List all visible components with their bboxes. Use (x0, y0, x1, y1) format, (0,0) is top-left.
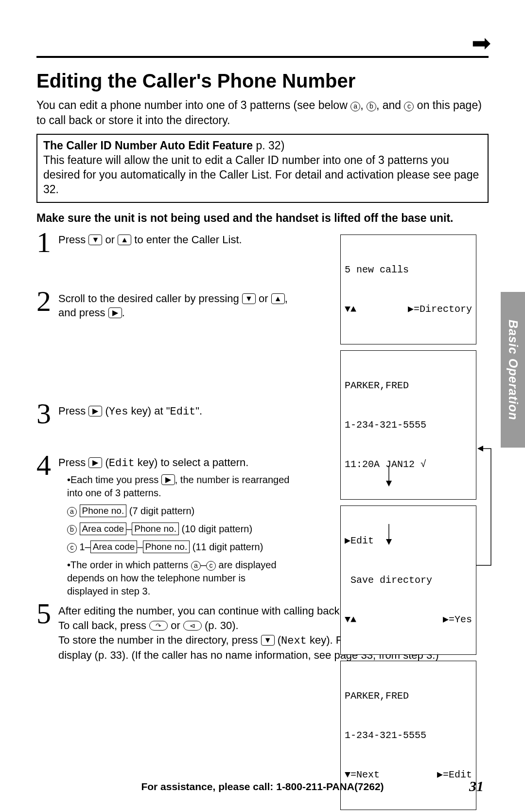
step-1-body: Press ▼ or ▲ to enter the Caller List. (58, 230, 297, 247)
s2-d: . (122, 307, 125, 319)
talk-key-icon: ↷ (149, 621, 168, 631)
step-5-number: 5 (36, 599, 58, 628)
feature-pageref: p. 32) (253, 139, 284, 152)
down-key-icon: ▼ (261, 635, 275, 646)
step-4-body: Press ▶ (Edit key) to select a pattern. … (58, 452, 306, 598)
s5-l2a: To call back, press (58, 619, 149, 632)
s5-l3b: ( (275, 634, 281, 646)
up-key-icon: ▲ (118, 235, 131, 245)
s4-a: Press (58, 456, 88, 469)
pattern-a: a Phone no. (7 digit pattern) (67, 505, 306, 518)
sc3-l3a: ▼▲ (345, 613, 356, 626)
s5-l3a: To store the number in the directory, pr… (58, 634, 261, 646)
circle-a-icon: a (350, 102, 360, 111)
s4b2b: – (201, 559, 206, 570)
yes-label: Yes (109, 406, 128, 418)
s2-a: Scroll to the desired caller by pressing (58, 292, 242, 305)
warning-text: Make sure the unit is not being used and… (36, 211, 489, 226)
continue-arrow-icon: ➡ (472, 29, 491, 56)
pattern-c: c 1–Area code–Phone no. (11 digit patter… (67, 541, 306, 554)
down-key-icon: ▼ (242, 293, 256, 304)
down-key-icon: ▼ (88, 235, 102, 245)
feature-box: The Caller ID Number Auto Edit Feature p… (36, 134, 489, 203)
s1-a: Press (58, 234, 88, 246)
page-number: 31 (469, 778, 484, 794)
s4-bullet-1: •Each time you press ▶, the number is re… (67, 473, 306, 500)
pat-a-suffix: (7 digit pattern) (126, 505, 194, 516)
sc2-l1: PARKER,FRED (345, 379, 472, 392)
right-key-icon: ▶ (88, 406, 102, 416)
s2-b: or (256, 292, 271, 305)
page-title: Editing the Caller's Phone Number (36, 70, 489, 92)
step-3-number: 3 (36, 399, 58, 428)
sc3-l3b: ▶=Yes (443, 613, 472, 626)
intro-part2: , and (376, 99, 404, 111)
area-code-box: Area code (90, 541, 138, 553)
circle-c-icon: c (404, 102, 414, 111)
intro-part1: You can edit a phone number into one of … (36, 99, 350, 111)
steps-area: 1 Press ▼ or ▲ to enter the Caller List.… (36, 230, 489, 663)
right-key-icon: ▶ (161, 474, 175, 485)
circle-a-icon: a (191, 561, 201, 571)
sc4-l1: PARKER,FRED (345, 689, 472, 703)
s4-bullet-2: •The order in which patterns a–c are dis… (67, 559, 281, 598)
edit-label: Edit (170, 406, 195, 418)
sc1-l2b: ▶=Directory (408, 303, 472, 316)
sc3-l2: Save directory (345, 574, 472, 587)
step-4-number: 4 (36, 451, 58, 480)
edit-label: Edit (109, 457, 135, 469)
sc4-l3b: ▶=Edit (437, 768, 472, 781)
circle-c-icon: c (206, 561, 216, 571)
step-2-number: 2 (36, 287, 58, 316)
step-3-body: Press ▶ (Yes key) at "Edit". (58, 401, 292, 419)
next-label: Next (281, 635, 307, 647)
screen-2: PARKER,FRED 1-234-321-5555 11:20A JAN12 … (340, 350, 476, 500)
speaker-key-icon: ⊲ (183, 621, 202, 631)
s4-c: key) to select a pattern. (135, 456, 249, 469)
circle-c-icon: c (67, 543, 77, 553)
screen-1: 5 new calls ▼▲▶=Directory (340, 235, 476, 344)
phone-no-box: Phone no. (80, 505, 127, 517)
pat-b-suffix: (10 digit pattern) (179, 523, 252, 534)
sc2-l3: 11:20A JAN12 √ (345, 458, 472, 471)
area-code-box: Area code (80, 523, 127, 535)
top-rule (36, 56, 489, 58)
s4b1a: •Each time you press (67, 474, 161, 485)
up-key-icon: ▲ (271, 293, 285, 304)
phone-no-box: Phone no. (132, 523, 179, 535)
s3-c: key) at " (128, 405, 170, 417)
s4b2a: •The order in which patterns (67, 559, 191, 570)
display-screens: 5 new calls ▼▲▶=Directory PARKER,FRED 1-… (340, 230, 476, 812)
sc1-l1: 5 new calls (345, 263, 472, 276)
sc4-l2: 1-234-321-5555 (345, 729, 472, 742)
s3-a: Press (58, 405, 88, 417)
sc1-l2a: ▼▲ (345, 303, 356, 316)
step-1-number: 1 (36, 228, 58, 257)
sc2-l2: 1-234-321-5555 (345, 418, 472, 432)
screen-3: ▶Edit Save directory ▼▲▶=Yes (340, 505, 476, 655)
feature-body: This feature will allow the unit to edit… (43, 154, 479, 196)
circle-b-icon: b (367, 102, 376, 111)
pat-c-suffix: (11 digit pattern) (190, 541, 263, 552)
s4-b: ( (102, 456, 108, 469)
feature-heading: The Caller ID Number Auto Edit Feature (43, 139, 253, 152)
s3-d: ". (195, 405, 202, 417)
s5-l2c: (p. 30). (202, 619, 239, 632)
s3-b: ( (102, 405, 108, 417)
pattern-b: b Area code–Phone no. (10 digit pattern) (67, 523, 306, 536)
side-tab: Basic Operation (501, 292, 525, 448)
assistance-footer: For assistance, please call: 1-800-211-P… (0, 781, 525, 793)
s1-b: or (102, 234, 118, 246)
sc3-l1: ▶Edit (345, 534, 472, 547)
circle-a-icon: a (67, 507, 77, 517)
circle-b-icon: b (67, 525, 77, 535)
s1-c: to enter the Caller List. (131, 234, 242, 246)
right-key-icon: ▶ (88, 457, 102, 468)
step-2-body: Scroll to the desired caller by pressing… (58, 289, 292, 320)
s5-l2b: or (168, 619, 183, 632)
manual-page: ➡ Editing the Caller's Phone Number You … (0, 0, 525, 812)
intro-text: You can edit a phone number into one of … (36, 98, 489, 128)
pat-c-prefix: 1– (80, 541, 90, 552)
right-key-icon: ▶ (108, 307, 122, 318)
phone-no-box: Phone no. (143, 541, 190, 553)
